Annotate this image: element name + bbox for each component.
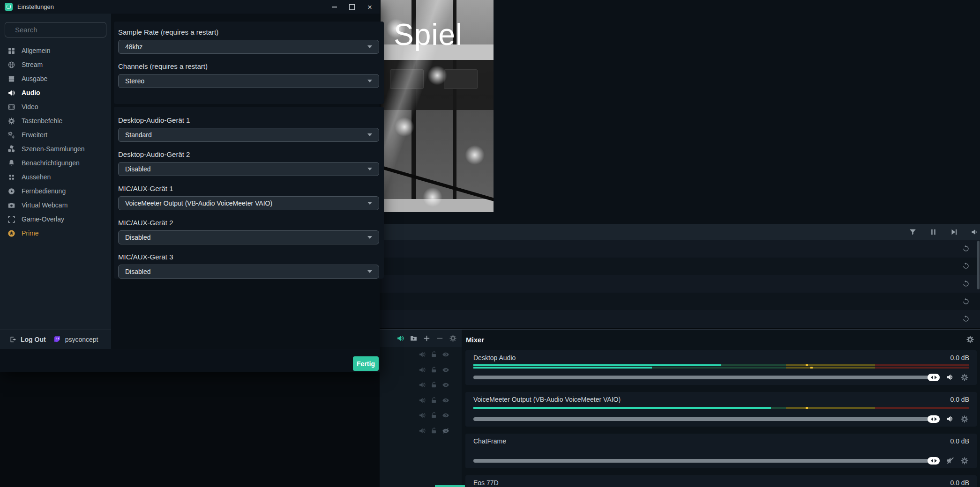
- volume-slider-handle[interactable]: [928, 374, 940, 381]
- channel-settings-icon[interactable]: [960, 373, 969, 382]
- sidebar-item-game-overlay[interactable]: Game-Overlay: [0, 212, 111, 226]
- sidebar-item-erweitert[interactable]: Erweitert: [0, 128, 111, 142]
- slider-arrow-left-icon: [931, 376, 933, 379]
- filter-icon[interactable]: [909, 228, 917, 236]
- chevron-down-icon: [367, 45, 372, 48]
- lock-open-icon[interactable]: [430, 351, 438, 358]
- channel-settings-icon[interactable]: [960, 415, 969, 423]
- sidebar-item-label: Benachrichtigungen: [22, 159, 80, 167]
- refresh-icon[interactable]: [962, 298, 970, 305]
- chevron-down-icon: [367, 133, 372, 136]
- sidebar-item-virtual-webcam[interactable]: Virtual Webcam: [0, 198, 111, 212]
- eye-off-icon[interactable]: [442, 427, 449, 435]
- sidebar-item-ausgabe[interactable]: Ausgabe: [0, 72, 111, 86]
- audio-waves-icon[interactable]: [419, 366, 426, 374]
- sidebar-item-video[interactable]: Video: [0, 100, 111, 114]
- eye-icon[interactable]: [442, 397, 449, 404]
- source-row[interactable]: [380, 377, 462, 393]
- eye-icon[interactable]: [442, 412, 449, 419]
- source-row[interactable]: [380, 408, 462, 423]
- refresh-icon[interactable]: [962, 262, 970, 270]
- add-source-button[interactable]: [423, 334, 431, 342]
- meter-level: [473, 407, 771, 409]
- dropdown-value: Disabled: [125, 165, 150, 173]
- eye-icon[interactable]: [442, 366, 449, 374]
- refresh-icon[interactable]: [962, 315, 970, 323]
- slider-arrow-right-icon: [935, 376, 937, 379]
- volume-icon[interactable]: [946, 373, 955, 382]
- source-row[interactable]: [380, 347, 462, 362]
- volume-slider[interactable]: [473, 459, 940, 463]
- refresh-icon[interactable]: [962, 245, 970, 252]
- sidebar-item-aussehen[interactable]: Aussehen: [0, 170, 111, 184]
- mixer-channel-name: Eos 77D: [473, 479, 499, 487]
- mixer-channel: Desktop Audio0.0 dB: [465, 350, 977, 385]
- eye-icon[interactable]: [442, 351, 449, 358]
- maximize-button[interactable]: [349, 4, 355, 10]
- eye-icon[interactable]: [442, 381, 449, 389]
- volume-mute-icon[interactable]: [946, 456, 955, 465]
- add-group-button[interactable]: [410, 334, 418, 342]
- sidebar-item-audio[interactable]: Audio: [0, 86, 111, 100]
- volume-slider-handle[interactable]: [928, 457, 940, 465]
- field-dropdown[interactable]: Disabled: [118, 162, 379, 176]
- field-dropdown[interactable]: Disabled: [118, 230, 379, 244]
- sidebar-item-label: Erweitert: [22, 131, 47, 139]
- audio-waves-icon[interactable]: [419, 397, 426, 404]
- sidebar-item-label: Ausgabe: [22, 75, 47, 82]
- lock-open-icon[interactable]: [430, 412, 438, 419]
- remove-source-button[interactable]: [436, 334, 444, 342]
- chevron-down-icon: [367, 168, 372, 170]
- field-dropdown[interactable]: 48khz: [118, 40, 379, 54]
- close-button[interactable]: [367, 4, 373, 10]
- field-dropdown[interactable]: VoiceMeeter Output (VB-Audio VoiceMeeter…: [118, 196, 379, 210]
- source-properties-button[interactable]: [449, 334, 457, 342]
- audio-waves-icon[interactable]: [419, 381, 426, 389]
- events-scrollbar[interactable]: [977, 241, 980, 289]
- preview-photo-detail: [444, 69, 478, 89]
- source-row[interactable]: [380, 393, 462, 408]
- refresh-icon[interactable]: [962, 280, 970, 288]
- skip-next-icon[interactable]: [950, 228, 958, 236]
- settings-field: Desktop-Audio-Gerät 1Standard: [118, 116, 379, 142]
- channel-settings-icon[interactable]: [960, 457, 969, 465]
- search-box[interactable]: [5, 22, 106, 37]
- pause-icon[interactable]: [929, 228, 937, 236]
- sidebar-item-szenen-sammlungen[interactable]: Szenen-Sammlungen: [0, 142, 111, 156]
- audio-waves-icon[interactable]: [419, 427, 426, 435]
- sidebar-item-benachrichtigungen[interactable]: Benachrichtigungen: [0, 156, 111, 170]
- volume-icon[interactable]: [971, 228, 979, 236]
- mixer-channel-volume-db: 0.0 dB: [950, 437, 969, 445]
- source-row[interactable]: [380, 423, 462, 439]
- lock-open-icon[interactable]: [430, 381, 438, 389]
- sidebar-item-fernbedienung[interactable]: Fernbedienung: [0, 184, 111, 198]
- mixer-settings-icon[interactable]: [966, 335, 974, 344]
- field-dropdown[interactable]: Stereo: [118, 74, 379, 88]
- field-dropdown[interactable]: Standard: [118, 128, 379, 142]
- volume-icon[interactable]: [946, 414, 955, 423]
- volume-slider-handle[interactable]: [928, 415, 940, 423]
- done-button[interactable]: Fertig: [353, 356, 379, 371]
- audio-settings-button[interactable]: [396, 334, 404, 342]
- lock-open-icon[interactable]: [430, 397, 438, 404]
- sidebar-item-stream[interactable]: Stream: [0, 58, 111, 72]
- volume-slider[interactable]: [473, 417, 940, 421]
- lock-open-icon[interactable]: [430, 366, 438, 374]
- dropdown-value: Disabled: [125, 234, 150, 241]
- sidebar-item-allgemein[interactable]: Allgemein: [0, 44, 111, 58]
- sidebar-item-label: Virtual Webcam: [22, 201, 67, 209]
- audio-waves-icon[interactable]: [419, 412, 426, 419]
- film-icon: [7, 103, 15, 111]
- volume-slider[interactable]: [473, 376, 940, 379]
- sidebar-item-prime[interactable]: Prime: [0, 226, 111, 240]
- field-dropdown[interactable]: Disabled: [118, 265, 379, 279]
- search-input[interactable]: [14, 25, 109, 34]
- logout-button[interactable]: Log Out: [21, 336, 46, 343]
- lock-open-icon[interactable]: [430, 427, 438, 435]
- source-row[interactable]: [380, 362, 462, 378]
- sidebar-item-tastenbefehle[interactable]: Tastenbefehle: [0, 114, 111, 128]
- field-label: Desktop-Audio-Gerät 2: [118, 150, 379, 158]
- audio-waves-icon[interactable]: [419, 351, 426, 358]
- minimize-button[interactable]: [331, 4, 337, 10]
- logout-icon: [9, 336, 17, 343]
